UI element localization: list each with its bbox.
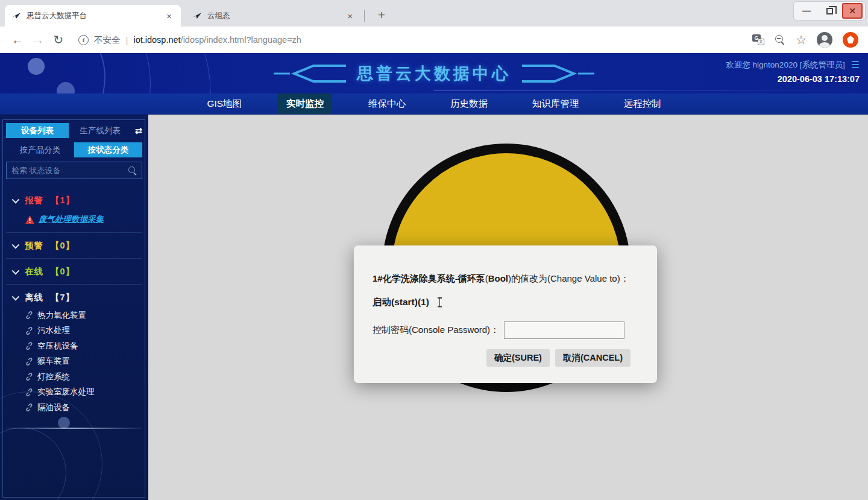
tree-divider — [6, 428, 142, 429]
window-controls: — ✕ — [793, 1, 866, 21]
dialog-var-type: Bool — [488, 273, 508, 283]
tab-title: 思普云大数据平台 — [27, 11, 160, 21]
list-item[interactable]: 空压机设备 — [25, 338, 141, 354]
sidebar: 设备列表 生产线列表 ⇄ 按产品分类 按状态分类 报警 【1】 — [0, 115, 148, 500]
sure-button[interactable]: 确定(SURE) — [486, 349, 550, 367]
chevron-down-icon — [12, 293, 20, 300]
translate-icon[interactable]: G 文 — [752, 34, 764, 45]
info-icon[interactable]: i — [78, 35, 89, 45]
browser-tab-active[interactable]: 思普云大数据平台 × — [5, 5, 181, 27]
offline-device-label: 热力氧化装置 — [37, 310, 86, 321]
header-decoration — [28, 58, 45, 75]
list-item[interactable]: 热力氧化装置 — [25, 308, 141, 323]
tree-node-count: 【0】 — [51, 240, 75, 252]
status-tree: 报警 【1】 废气处理数据采集 预 — [6, 188, 142, 429]
tab-close-icon[interactable]: × — [165, 11, 174, 21]
zoom-icon[interactable] — [775, 34, 785, 45]
cancel-button[interactable]: 取消(CANCEL) — [555, 349, 631, 367]
profile-avatar[interactable] — [817, 32, 832, 48]
chevron-down-icon — [12, 241, 20, 248]
security-label: 不安全 — [94, 34, 121, 46]
tree-node-warning[interactable]: 预警 【0】 — [7, 239, 141, 252]
browser-addressbar: ← → ↻ i 不安全 | iot.idosp.net /idosp/index… — [0, 27, 868, 53]
monitor-canvas: 1#化学洗涤除臭系统-循环泵(Bool)的值改为(Change Value to… — [148, 115, 868, 500]
title-right-decoration-icon — [521, 63, 594, 84]
tree-node-label: 在线 — [25, 266, 43, 277]
nav-item-gis[interactable]: GIS地图 — [198, 93, 250, 114]
list-item[interactable]: 实验室废水处理 — [25, 385, 141, 400]
offline-device-label: 隔油设备 — [37, 402, 70, 413]
browser-tab-inactive[interactable]: 云组态 × — [186, 5, 362, 27]
unlink-icon — [25, 327, 33, 335]
classify-tabs: 按产品分类 按状态分类 — [6, 142, 142, 157]
alarm-device-link[interactable]: 废气处理数据采集 — [39, 214, 104, 225]
close-window-button[interactable]: ✕ — [842, 3, 863, 19]
password-label: 控制密码(Console Password)： — [373, 324, 499, 336]
tree-node-online[interactable]: 在线 【0】 — [7, 265, 141, 278]
nav-item-knowledge[interactable]: 知识库管理 — [524, 93, 588, 114]
url-field[interactable]: i 不安全 | iot.idosp.net /idosp/index.html?… — [78, 34, 752, 46]
url-separator: | — [126, 35, 128, 45]
dialog-password-row: 控制密码(Console Password)： — [373, 321, 631, 339]
dialog-value-row: 启动(start)(1) — [373, 296, 631, 309]
restore-button[interactable] — [819, 3, 840, 19]
header-title-wrap: 思普云大数据中心 — [274, 53, 594, 93]
tree-node-count: 【1】 — [51, 195, 75, 206]
dialog-new-value: 启动(start)(1) — [373, 296, 429, 309]
tab-production-line-list[interactable]: 生产线列表 — [69, 123, 131, 138]
back-button[interactable]: ← — [7, 33, 28, 47]
dialog-device-name: 1#化学洗涤除臭系统-循环泵 — [373, 273, 485, 283]
offline-device-label: 污水处理 — [37, 325, 70, 336]
console-password-input[interactable] — [504, 321, 624, 339]
tree-node-alarm[interactable]: 报警 【1】 — [7, 194, 141, 207]
main-nav: GIS地图 实时监控 维保中心 历史数据 知识库管理 远程控制 — [0, 93, 868, 115]
offline-device-label: 实验室废水处理 — [37, 387, 95, 397]
nav-item-history[interactable]: 历史数据 — [442, 93, 496, 114]
list-menu-icon[interactable]: ☰ — [851, 59, 860, 71]
offline-device-label: 猴车装置 — [37, 356, 70, 367]
tree-node-label: 预警 — [25, 240, 43, 252]
title-left-decoration-icon — [274, 63, 347, 84]
list-item[interactable]: 猴车装置 — [25, 354, 141, 370]
browser-menu-icon[interactable] — [843, 32, 858, 48]
offline-device-list: 热力氧化装置 污水处理 空压机设备 猴车装置 — [7, 308, 141, 416]
change-value-dialog: 1#化学洗涤除臭系统-循环泵(Bool)的值改为(Change Value to… — [354, 245, 657, 383]
unlink-icon — [25, 311, 33, 319]
dialog-message-text: )的值改为(Change Value to)： — [508, 273, 629, 283]
datetime-label: 2020-06-03 17:13:07 — [726, 74, 860, 84]
search-input[interactable] — [11, 166, 128, 175]
nav-item-realtime[interactable]: 实时监控 — [278, 93, 332, 114]
tree-node-offline[interactable]: 离线 【7】 — [7, 291, 141, 304]
header-right: 欢迎您 hignton2020 [系统管理员] ☰ 2020-06-03 17:… — [726, 59, 860, 84]
tab-title: 云组态 — [207, 11, 341, 21]
tab-by-status[interactable]: 按状态分类 — [74, 142, 142, 157]
list-item[interactable]: 隔油设备 — [25, 400, 141, 416]
tree-node-label: 离线 — [25, 292, 43, 303]
tree-section-offline: 离线 【7】 热力氧化装置 污水处理 — [6, 284, 142, 422]
unlink-icon — [25, 388, 33, 396]
tab-device-list[interactable]: 设备列表 — [6, 123, 69, 138]
chevron-down-icon — [12, 267, 20, 274]
app-header: 思普云大数据中心 欢迎您 hignton2020 [系统管理员] ☰ 2020-… — [0, 53, 868, 93]
reload-button[interactable]: ↻ — [48, 33, 69, 47]
bookmark-star-icon[interactable]: ☆ — [796, 34, 807, 45]
screen: 思普云大数据平台 × 云组态 × + — ✕ ← → ↻ i 不安全 | iot… — [0, 0, 868, 500]
tree-leaf-alarm-device[interactable]: 废气处理数据采集 — [25, 214, 141, 225]
tab-by-product[interactable]: 按产品分类 — [6, 142, 74, 157]
tab-close-icon[interactable]: × — [345, 11, 354, 21]
warning-triangle-icon — [25, 215, 34, 224]
unlink-icon — [25, 342, 33, 350]
tree-section-online: 在线 【0】 — [6, 258, 142, 284]
list-item[interactable]: 污水处理 — [25, 323, 141, 339]
search-icon[interactable] — [128, 166, 137, 175]
chevron-down-icon — [12, 195, 20, 203]
minimize-button[interactable]: — — [796, 3, 817, 19]
forward-button[interactable]: → — [28, 33, 48, 47]
swap-icon[interactable]: ⇄ — [134, 125, 142, 136]
url-host: iot.idosp.net — [133, 35, 180, 45]
nav-item-remote[interactable]: 远程控制 — [615, 93, 670, 114]
nav-item-maintenance[interactable]: 维保中心 — [360, 93, 414, 114]
restore-icon — [826, 8, 833, 14]
list-item[interactable]: 灯控系统 — [25, 369, 141, 385]
new-tab-button[interactable]: + — [373, 6, 391, 24]
